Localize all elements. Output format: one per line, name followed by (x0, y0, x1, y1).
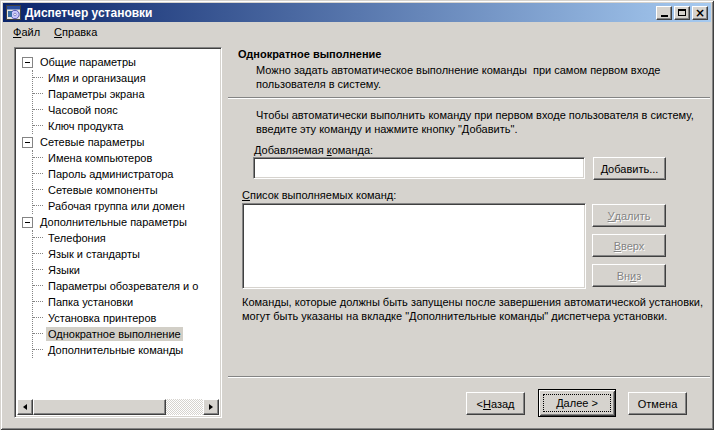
tree-item-label: Папка установки (46, 295, 135, 309)
tree-item[interactable]: Параметры обозревателя и о (33, 278, 219, 294)
page-description: Можно задать автоматическое выполнение к… (256, 63, 711, 91)
settings-tree: Общие параметрыИмя и организацияПараметр… (14, 47, 222, 418)
setup-manager-window: Диспетчер установки × Файл Справка Общие… (0, 0, 714, 430)
tree-item-label: Рабочая группа или домен (46, 199, 187, 213)
window-controls: × (656, 6, 708, 20)
tree-item-label: Имя и организация (46, 71, 148, 85)
app-icon (6, 5, 21, 20)
tree-item-label: Параметры экрана (46, 87, 147, 101)
tree-item-label: Установка принтеров (46, 311, 158, 325)
tree-item[interactable]: Папка установки (33, 294, 219, 310)
tree-item-label: Пароль администратора (46, 167, 176, 181)
tree-item[interactable]: Общие параметры (22, 54, 219, 70)
close-icon: × (695, 7, 705, 19)
tree-item-label: Ключ продукта (46, 119, 125, 133)
next-button-label: Далее > (556, 397, 598, 409)
tree-item[interactable]: Язык и стандарты (33, 246, 219, 262)
tree-item[interactable]: Однократное выполнение (33, 326, 219, 342)
back-button[interactable]: < Назад (466, 392, 525, 415)
tree-items: Общие параметрыИмя и организацияПараметр… (17, 50, 219, 415)
menu-help[interactable]: Справка (47, 24, 104, 40)
tree-item[interactable]: Сетевые параметры (22, 134, 219, 150)
tree-item-label: Часовой пояс (46, 103, 120, 117)
tree-item[interactable]: Рабочая группа или домен (33, 198, 219, 214)
tree-item[interactable]: Дополнительные команды (33, 342, 219, 358)
separator (228, 376, 710, 378)
tree-item[interactable]: Пароль администратора (33, 166, 219, 182)
scroll-left-button[interactable] (17, 399, 33, 415)
move-down-button: Вниз (592, 264, 666, 287)
minimize-button[interactable] (656, 6, 672, 20)
tree-item[interactable]: Параметры экрана (33, 86, 219, 102)
next-button[interactable]: Далее > (538, 389, 616, 417)
window-title: Диспетчер установки (25, 6, 152, 20)
tree-item[interactable]: Имена компьютеров (33, 150, 219, 166)
minimize-icon (661, 15, 668, 17)
menu-file[interactable]: Файл (6, 24, 47, 40)
command-input[interactable] (253, 157, 585, 179)
scroll-right-button[interactable] (203, 399, 219, 415)
maximize-icon (678, 9, 686, 16)
page-title: Однократное выполнение (238, 48, 381, 60)
tree-item[interactable]: Установка принтеров (33, 310, 219, 326)
tree-item-label: Телефония (46, 231, 108, 245)
tree-item-label: Сетевые компоненты (46, 183, 160, 197)
collapse-icon[interactable] (22, 217, 33, 228)
tree-item-label: Дополнительные команды (46, 343, 185, 357)
cancel-button[interactable]: Отмена (628, 392, 687, 415)
command-input-label: Добавляемая команда: (254, 144, 373, 156)
tree-item-label: Язык и стандарты (46, 247, 142, 261)
tree-item[interactable]: Часовой пояс (33, 102, 219, 118)
tree-item[interactable]: Ключ продукта (33, 118, 219, 134)
instruction-text: Чтобы автоматически выполнить команду пр… (256, 108, 706, 136)
move-up-button: Вверх (592, 234, 666, 257)
command-list-label: Список выполняемых команд: (242, 189, 396, 201)
arrow-right-icon (209, 404, 216, 410)
tree-item-label: Сетевые параметры (38, 135, 146, 149)
menubar: Файл Справка (3, 23, 711, 41)
collapse-icon[interactable] (22, 57, 33, 68)
command-list[interactable] (242, 203, 586, 289)
tree-item[interactable]: Сетевые компоненты (33, 182, 219, 198)
separator (228, 97, 710, 99)
add-button[interactable]: Добавить... (593, 157, 666, 180)
collapse-icon[interactable] (22, 137, 33, 148)
tree-item-label: Имена компьютеров (46, 151, 154, 165)
tree-item-label-selected: Однократное выполнение (46, 327, 183, 341)
note-text: Команды, которые должны быть запущены по… (242, 295, 707, 323)
delete-button: Удалить (592, 204, 666, 227)
tree-item-label: Параметры обозревателя и о (46, 279, 200, 293)
scrollbar-thumb[interactable] (33, 399, 166, 415)
maximize-button[interactable] (674, 6, 690, 20)
tree-item-label: Общие параметры (38, 55, 138, 69)
arrow-left-icon (20, 404, 27, 410)
titlebar: Диспетчер установки × (3, 3, 711, 22)
close-button[interactable]: × (692, 6, 708, 20)
tree-horizontal-scrollbar[interactable] (17, 399, 219, 415)
tree-item-label: Дополнительные параметры (38, 215, 189, 229)
tree-item[interactable]: Языки (33, 262, 219, 278)
tree-item[interactable]: Дополнительные параметры (22, 214, 219, 230)
tree-item[interactable]: Телефония (33, 230, 219, 246)
tree-item[interactable]: Имя и организация (33, 70, 219, 86)
tree-item-label: Языки (46, 263, 82, 277)
